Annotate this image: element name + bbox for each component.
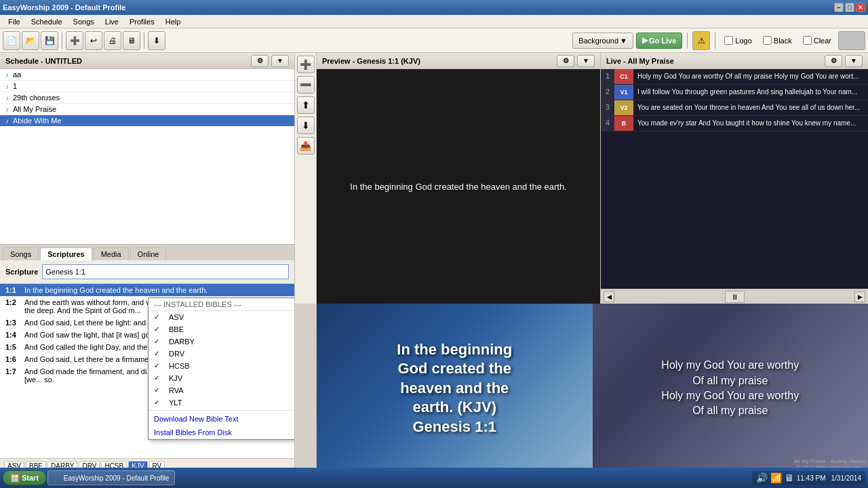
menu-songs[interactable]: Songs [68,16,100,27]
live-nav-row: ◀ ⏸ ▶ [601,289,868,304]
tray-icon-1[interactable]: 🔊 [756,472,768,483]
undo-button[interactable]: ↩ [85,31,102,50]
preview-image-right[interactable]: Holy my God You are worthy Of all my pra… [593,304,869,473]
menu-help[interactable]: Help [160,16,186,27]
list-item[interactable]: ♪ aa [0,69,294,81]
dropdown-item-hcsb[interactable]: ✓ HCSB [149,360,294,372]
dropdown-item-asv[interactable]: ✓ ASV [149,311,294,323]
dropdown-separator [149,410,294,411]
check-icon: ✓ [154,374,165,382]
preview-header: Preview - Genesis 1:1 (KJV) ⚙ ▼ [317,53,600,69]
nav-right[interactable]: ▶ [854,291,865,302]
dropdown-item-kjv[interactable]: ✓ KJV [149,372,294,384]
move-down-button[interactable]: ⬇ [297,117,315,134]
save-button[interactable]: 💾 [41,31,58,50]
download-bible-action[interactable]: Download New Bible Text [149,412,294,426]
dropdown-item-rva[interactable]: ✓ RVA [149,384,294,396]
alert-button[interactable]: ⚠ [692,31,710,50]
move-up-button[interactable]: ⬆ [297,96,315,114]
list-item[interactable]: ♪ 1 [0,81,294,92]
send-button[interactable]: 📤 [297,137,315,155]
dropdown-item-darby[interactable]: ✓ DARBY [149,336,294,348]
main-toolbar: 📄 📂 💾 ➕ ↩ 🖨 🖥 ⬇ Background ▼ ▶ Go Live ⚠… [0,28,868,53]
clear-check[interactable] [803,36,812,45]
nav-left[interactable]: ◀ [604,291,614,302]
menu-profiles[interactable]: Profiles [124,16,160,27]
verse-ref: 1:4 [5,331,22,339]
dropdown-item-drv[interactable]: ✓ DRV [149,348,294,360]
app-taskbar-item[interactable]: 🎵 EasyWorship 2009 - Default Profile [47,470,175,485]
go-live-icon: ▶ [642,36,648,45]
list-item-selected[interactable]: ♪ Abide With Me [0,115,294,127]
background-button[interactable]: Background ▼ [572,33,633,49]
dropdown-item-bbe[interactable]: ✓ BBE [149,323,294,336]
live-dropdown[interactable]: ▼ [845,55,863,67]
preview-content: In the beginning God created the heaven … [350,182,566,192]
preview-dropdown[interactable]: ▼ [577,55,595,67]
close-button[interactable]: ✕ [856,3,865,12]
start-button[interactable]: 🪟 Start [3,470,46,485]
preview-panel: Preview - Genesis 1:1 (KJV) ⚙ ▼ In the b… [317,53,600,304]
menu-schedule[interactable]: Schedule [26,16,68,27]
live-text: You are seated on Your throne in heaven … [633,100,868,115]
logo-check[interactable] [724,36,733,45]
print-button[interactable]: 🖨 [104,31,121,50]
maximize-button[interactable]: □ [845,3,854,12]
list-item[interactable]: ♪ All My Praise [0,104,294,115]
live-item[interactable]: 3 V2 You are seated on Your throne in he… [601,100,868,116]
check-icon: ✓ [154,338,165,345]
open-button[interactable]: 📂 [22,31,39,50]
schedule-dropdown[interactable]: ▼ [271,55,289,67]
import-button[interactable]: ⬇ [148,31,165,50]
menu-bar: File Schedule Songs Live Profiles Help [0,15,868,28]
verse-ref: 1:7 [5,367,22,384]
logo-label: Logo [735,37,751,45]
live-item[interactable]: 4 B You made ev'ry star And You taught i… [601,116,868,131]
scripture-input[interactable] [42,264,289,279]
live-text: I will follow You through green pastures… [633,85,868,100]
verse-item[interactable]: 1:1 In the beginning God created the hea… [0,284,294,296]
extra-button[interactable] [838,31,865,50]
logo-checkbox[interactable]: Logo [720,33,755,49]
tab-media[interactable]: Media [94,247,129,260]
tab-songs[interactable]: Songs [3,247,39,260]
live-item[interactable]: 1 C1 Holy my God You are worthy Of all m… [601,69,868,85]
nav-pause[interactable]: ⏸ [725,291,745,303]
dropdown-header: --- INSTALLED BIBLES --- [149,298,294,311]
preview-settings[interactable]: ⚙ [557,55,574,67]
toolbar-right: Background ▼ ▶ Go Live ⚠ Logo Black Clea… [572,31,865,50]
windows-icon: 🪟 [10,474,20,483]
screen-button[interactable]: 🖥 [123,31,140,50]
tray-icon-2[interactable]: 📶 [770,472,782,483]
clear-checkbox[interactable]: Clear [799,33,835,49]
add-item-button[interactable]: ➕ [297,56,315,73]
version-label: RVA [169,386,184,394]
minimize-button[interactable]: − [834,3,844,12]
taskbar-time: 11:43 PM [797,474,826,482]
schedule-settings[interactable]: ⚙ [251,55,269,67]
new-button[interactable]: 📄 [3,31,20,50]
preview-image-left[interactable]: In the beginning God created the heaven … [317,304,593,473]
tab-online[interactable]: Online [130,247,167,260]
menu-file[interactable]: File [3,16,26,27]
install-bible-action[interactable]: Install Bibles From Disk [149,426,294,439]
live-list: 1 C1 Holy my God You are worthy Of all m… [601,69,868,289]
side-toolbar: ➕ ➖ ⬆ ⬇ 📤 [295,53,317,304]
item-icon: ♪ [5,71,9,79]
remove-item-button[interactable]: ➖ [297,76,315,94]
black-checkbox[interactable]: Black [759,33,796,49]
separator-4 [715,33,715,49]
live-settings[interactable]: ⚙ [825,55,842,67]
add-button[interactable]: ➕ [66,31,83,50]
live-item[interactable]: 2 V1 I will follow You through green pas… [601,85,868,100]
live-num: 2 [601,85,614,100]
dropdown-item-ylt[interactable]: ✓ YLT [149,396,294,409]
tray-icon-3[interactable]: 🖥 [785,472,794,483]
check-icon: ✓ [154,362,165,369]
tab-scriptures[interactable]: Scriptures [40,247,92,260]
black-check[interactable] [763,36,772,45]
separator-3 [687,33,688,49]
list-item[interactable]: ♪ 29th choruses [0,92,294,104]
menu-live[interactable]: Live [100,16,124,27]
go-live-button[interactable]: ▶ Go Live [636,33,682,49]
